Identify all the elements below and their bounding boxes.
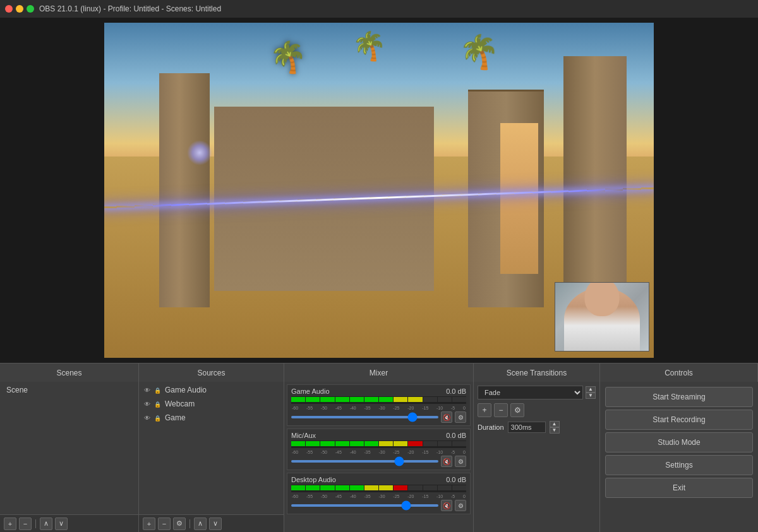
lock-icon [154, 400, 161, 408]
bottom-panels: Scenes Sources Mixer Scene Transitions C… [0, 363, 758, 532]
webcam-overlay [555, 282, 649, 352]
channel-db-desktop-audio: 0.0 dB [446, 476, 466, 483]
transition-toolbar: + − ⚙ [478, 403, 596, 417]
vu-meter-game-audio [291, 396, 466, 404]
channel-name-desktop-audio: Desktop Audio [291, 476, 336, 483]
transitions-panel: Fade Cut ▲ ▼ + − ⚙ Duration ▲ ▼ [474, 382, 600, 532]
vu-meter-desktop-audio [291, 485, 466, 492]
mute-btn-mic-aux[interactable]: 🔇 [441, 456, 452, 467]
transition-type-up[interactable]: ▲ [586, 386, 596, 393]
sources-settings-button[interactable]: ⚙ [173, 517, 186, 530]
transition-remove-button[interactable]: − [494, 403, 508, 417]
channel-db-mic-aux: 0.0 dB [446, 432, 466, 439]
transitions-panel-header: Scene Transitions [474, 364, 600, 382]
transition-select-row: Fade Cut ▲ ▼ [478, 386, 596, 399]
scene-item[interactable]: Scene [1, 383, 137, 397]
settings-button[interactable]: Settings [605, 455, 753, 475]
sources-down-button[interactable]: ∨ [209, 517, 222, 530]
studio-mode-button[interactable]: Studio Mode [605, 432, 753, 452]
controls-panel: Start Streaming Start Recording Studio M… [600, 382, 758, 532]
transition-spinner: ▲ ▼ [586, 386, 596, 399]
maximize-button[interactable] [27, 5, 34, 13]
duration-down[interactable]: ▼ [550, 427, 560, 434]
minimize-button[interactable] [16, 5, 23, 13]
sources-toolbar-sep [190, 519, 190, 528]
volume-row-mic-aux: 🔇 ⚙ [291, 456, 466, 467]
close-button[interactable] [5, 5, 13, 13]
sources-toolbar: + − ⚙ ∧ ∨ [139, 514, 284, 532]
scenes-down-button[interactable]: ∨ [55, 517, 68, 530]
controls-panel-header: Controls [600, 364, 758, 382]
scenes-list: Scene [0, 382, 138, 514]
vu-ticks-desktop-audio: -60-55-50-45-40-35-30-25-20-15-10-50 [291, 494, 466, 499]
duration-label: Duration [478, 423, 504, 431]
eye-icon [144, 414, 150, 422]
palm-right: 🌴 [459, 33, 500, 71]
channel-db-game-audio: 0.0 dB [446, 387, 466, 395]
source-item-game-audio[interactable]: Game Audio [140, 383, 282, 397]
duration-up[interactable]: ▲ [550, 421, 560, 427]
pillar-left [159, 73, 210, 308]
window-buttons [5, 5, 34, 13]
lock-icon [154, 386, 161, 394]
duration-input[interactable] [508, 422, 546, 433]
window-title: OBS 21.0.1 (linux) - Profile: Untitled -… [39, 4, 221, 13]
transition-type-down[interactable]: ▼ [586, 393, 596, 399]
preview-area: 🌴 🌴 🌴 [0, 18, 758, 363]
scenes-remove-button[interactable]: − [19, 517, 32, 530]
lock-icon [154, 414, 161, 422]
webcam-head [585, 282, 620, 316]
channel-name-game-audio: Game Audio [291, 387, 330, 395]
sources-panel-header: Sources [139, 364, 284, 382]
duration-spinner: ▲ ▼ [550, 421, 560, 434]
exit-button[interactable]: Exit [605, 478, 753, 498]
settings-btn-game-audio[interactable]: ⚙ [455, 411, 466, 423]
palm-far: 🌴 [352, 30, 387, 62]
volume-slider-desktop-audio[interactable] [291, 504, 438, 507]
scenes-add-button[interactable]: + [4, 517, 16, 530]
transition-type-select[interactable]: Fade Cut [478, 386, 583, 399]
duration-row: Duration ▲ ▼ [478, 421, 596, 434]
sources-remove-button[interactable]: − [158, 517, 171, 530]
arch-opening [500, 123, 538, 274]
transition-settings-button[interactable]: ⚙ [510, 403, 524, 417]
mixer-channel-desktop-audio: Desktop Audio 0.0 dB [287, 473, 471, 514]
vu-ticks-mic-aux: -60-55-50-45-40-35-30-25-20-15-10-50 [291, 450, 466, 454]
scenes-toolbar-sep [35, 519, 36, 528]
mixer-panel: Game Audio 0.0 dB [284, 382, 474, 532]
volume-row-game-audio: 🔇 ⚙ [291, 411, 466, 423]
mixer-channel-mic-aux: Mic/Aux 0.0 dB [287, 429, 471, 470]
sources-add-button[interactable]: + [143, 517, 155, 530]
vu-meter-mic-aux [291, 440, 466, 448]
scenes-panel: Scene + − ∧ ∨ [0, 382, 139, 532]
volume-row-desktop-audio: 🔇 ⚙ [291, 500, 466, 511]
volume-slider-game-audio[interactable] [291, 416, 438, 418]
eye-icon [144, 386, 150, 394]
transition-add-button[interactable]: + [478, 403, 491, 417]
panel-content: Scene + − ∧ ∨ Game Audio [0, 382, 758, 532]
sources-up-button[interactable]: ∧ [194, 517, 207, 530]
preview-border-left [0, 18, 104, 363]
scenes-up-button[interactable]: ∧ [40, 517, 52, 530]
volume-slider-mic-aux[interactable] [291, 460, 438, 463]
settings-btn-desktop-audio[interactable]: ⚙ [455, 500, 466, 511]
titlebar: OBS 21.0.1 (linux) - Profile: Untitled -… [0, 0, 758, 18]
source-item-webcam[interactable]: Webcam [140, 397, 282, 411]
preview-border-right [654, 18, 758, 363]
settings-btn-mic-aux[interactable]: ⚙ [455, 456, 466, 467]
start-streaming-button[interactable]: Start Streaming [605, 387, 753, 407]
source-item-game[interactable]: Game [140, 411, 282, 425]
mute-btn-game-audio[interactable]: 🔇 [441, 411, 452, 423]
pillar-right [563, 56, 627, 307]
mixer-panel-header: Mixer [284, 364, 474, 382]
vu-ticks-game-audio: -60-55-50-45-40-35-30-25-20-15-10-50 [291, 406, 466, 410]
laser-glow [187, 140, 212, 165]
panel-headers: Scenes Sources Mixer Scene Transitions C… [0, 363, 758, 382]
palm-left: 🌴 [269, 40, 307, 75]
sources-panel: Game Audio Webcam Game + − ⚙ ∧ [139, 382, 284, 532]
start-recording-button[interactable]: Start Recording [605, 410, 753, 430]
scenes-toolbar: + − ∧ ∨ [0, 514, 138, 532]
mute-btn-desktop-audio[interactable]: 🔇 [441, 500, 452, 511]
sources-list: Game Audio Webcam Game [139, 382, 284, 514]
eye-icon [144, 400, 150, 408]
